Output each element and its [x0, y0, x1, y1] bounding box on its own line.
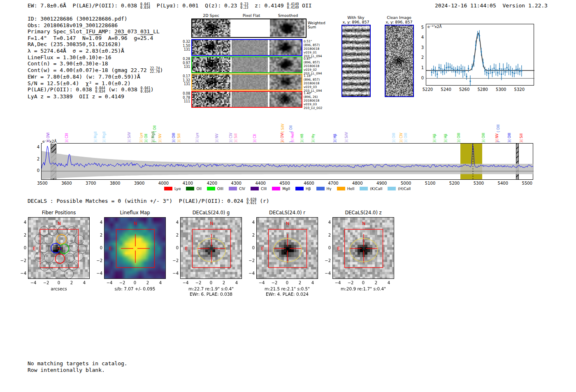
data-point: [512, 72, 513, 73]
header-sub: 0.034: [140, 6, 150, 9]
line-label-oiii: }( OIII: [508, 133, 511, 143]
amp-row-right-line: 20180618: [304, 64, 328, 68]
legend-entry-civ: CIV: [229, 187, 245, 191]
amp-row-left-label: 0.321.50131: [178, 40, 190, 52]
fiber-circle: [40, 262, 49, 271]
cutout-xtick: −2: [117, 281, 127, 285]
cutout-ytick: 4: [170, 220, 179, 225]
legend-label: OIII: [217, 187, 223, 191]
amp-row-right-line: (896, 857): [304, 78, 328, 81]
line-label-oiii: } ( OIII: [497, 125, 500, 143]
report-version: Version 1.22.3: [502, 2, 548, 9]
fiber-circle: [39, 243, 49, 253]
compass-e: E: [33, 246, 36, 251]
data-point: [481, 51, 482, 53]
amp-row-left-line: 0.08: [178, 92, 190, 96]
header-text: EW: 7.8±0.6Å P(LAE)/P(OII): 0.038: [28, 2, 140, 9]
spectrum-ytick: 2: [35, 157, 39, 161]
fiber-circle: [64, 269, 74, 279]
info-text: A=: [102, 35, 114, 41]
cutout-xtick: −2: [41, 281, 51, 285]
data-point: [433, 69, 434, 70]
cutout-caption: s/b: 7.07 +/- 0.095: [98, 286, 172, 291]
line-label-oiii: }( OIII: [404, 133, 408, 143]
line-label-civ: }( CIV: [399, 133, 403, 143]
legend-swatch: [251, 187, 259, 190]
line-label-oii: } ( OII: [153, 125, 157, 143]
info-line: Primary Spec_Slot_IFU_AMP: 203_073_031_L…: [28, 28, 163, 35]
cutout-overlay: NE: [28, 218, 90, 279]
legend-label: MgII: [282, 187, 290, 191]
cutout-xtick: 0: [130, 281, 140, 285]
cutout-ytick: −2: [94, 258, 102, 263]
amp-row-right-line: 1.16": [304, 74, 328, 78]
fiber-circle: [39, 227, 49, 236]
cutout-title: DECaLS(24.0) z: [328, 210, 398, 216]
info-stack: 0.0440.034: [95, 87, 105, 93]
amp-row-right-line: 20180618: [304, 47, 328, 51]
info-overline: 25.4: [140, 35, 153, 41]
zoom-chart-xtick: 5240: [439, 87, 453, 92]
data-point: [519, 71, 520, 72]
info-text: S/N = 12.5(±0.4) χ² = 1.0(±0.2): [28, 80, 130, 86]
with-sky-image: [341, 25, 371, 97]
amp-row-right-line: (896, 857): [304, 43, 328, 47]
amp-row-right-line: v019_03: [304, 85, 328, 89]
info-text: P(LAE)/P(OII): 0.038: [28, 86, 95, 93]
cutout-ytick: −2: [18, 258, 26, 263]
fiber-circle: [49, 262, 59, 271]
cutout-ytick: −2: [170, 258, 179, 263]
cutout-title: DECaLS(24.0) r: [252, 210, 322, 216]
info-text: LyA z = 3.3389 OII z = 0.4149: [28, 93, 124, 100]
zoom-chart-svg: [426, 24, 534, 86]
data-point: [495, 69, 497, 70]
legend-label: OII: [196, 187, 201, 191]
zoom-chart-ytick: 1: [419, 65, 424, 70]
compass-e: E: [337, 246, 340, 251]
legend-entry-(k)caii: (K)CaII: [360, 187, 382, 191]
cutout-ytick: 0: [94, 246, 102, 250]
cutout-plot-imaging-4: NE: [332, 217, 394, 279]
data-point: [483, 62, 484, 63]
legend-label: CIII: [261, 187, 267, 191]
zoom-chart-xtick: 5280: [476, 87, 489, 92]
data-point: [446, 67, 447, 68]
line-label-siii: }( SiII: [234, 133, 238, 143]
legend-entry-hγ: Hγ: [316, 187, 332, 191]
info-line: Obs: 20180618v019_3001228686: [28, 22, 163, 29]
header-sub: 0.4149: [287, 6, 299, 9]
data-point: [468, 68, 469, 69]
with-sky-title: With Sky: [333, 16, 379, 20]
amp-row-right-label: 0.87"(896, 857)20180618v019_02203_LL_094: [304, 57, 328, 75]
weighted-sum-label: WeightedSum: [308, 21, 325, 29]
amp-row-right-line: 0.51": [304, 39, 328, 43]
cutout-xtick: −4: [333, 281, 343, 285]
amp-row-right-line: v019_03: [304, 102, 328, 106]
legend-entry-oii: OII: [186, 187, 201, 191]
data-point: [457, 69, 458, 70]
spectrum-ytick: 4: [35, 145, 39, 149]
detection-info-block: ID: 3001228686 (3001228686.pdf)Obs: 2018…: [28, 16, 163, 100]
legend-swatch: [207, 187, 215, 190]
line-label-oiii: }( OIII: [457, 133, 461, 143]
fiber-circle: [35, 252, 44, 262]
data-point: [451, 68, 453, 69]
cutout-xtick: −4: [257, 281, 267, 285]
line-label-oiii: }( OIII: [482, 133, 485, 143]
amp-row-left-label: 0.080.78111: [178, 92, 190, 104]
legend-entry-mgii: MgII: [272, 187, 290, 191]
header-summary-line: EW: 7.8±0.6Å P(LAE)/P(OII): 0.038 0.0410…: [28, 2, 312, 9]
spectrum-xtick: 5400: [495, 181, 510, 186]
cutout-ytick: 4: [18, 220, 26, 225]
zoom-chart-plot-area: [426, 24, 534, 86]
legend-label: Hγ: [327, 187, 332, 191]
compass-n: N: [286, 221, 289, 226]
cutout-plot-imaging-3: NE: [256, 217, 318, 279]
data-point: [497, 72, 498, 73]
spectrum-xtick: 3600: [59, 181, 74, 186]
fiber-circle: [44, 253, 54, 262]
spectrum-xtick: 3900: [132, 181, 147, 186]
fiber-circle: [74, 235, 84, 245]
header-stack: 0.230.23: [240, 3, 248, 9]
twod-col-header: 2D Spec: [195, 14, 228, 18]
